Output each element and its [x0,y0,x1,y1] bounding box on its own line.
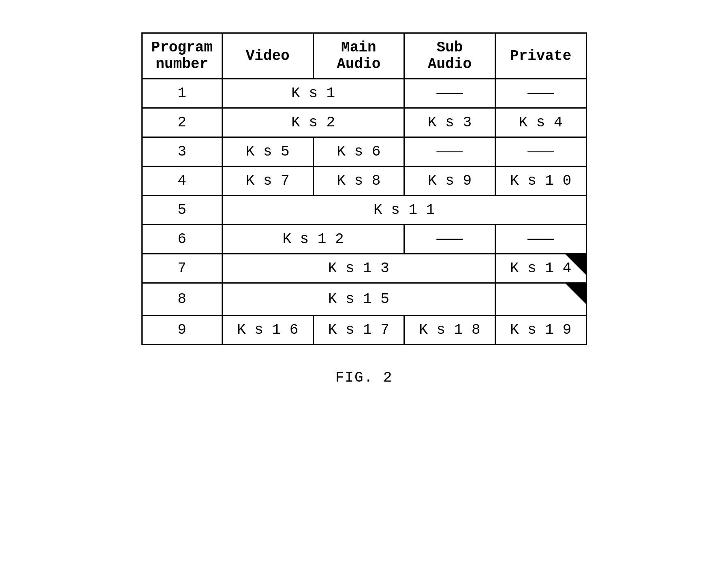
cell-program: 1 [142,79,222,108]
header-program: Program number [142,33,222,79]
cell-data: K s 4 [495,108,586,137]
cell-data: K s 6 [313,137,404,166]
cell-data: ——— [495,137,586,166]
header-sub-audio: Sub Audio [404,33,495,79]
table-row: 3 K s 5 K s 6 ——— ——— [142,137,586,166]
cell-data: K s 8 [313,166,404,196]
table-row: 1 K s 1 ——— ——— [142,79,586,108]
cell-data: K s 1 2 [222,225,404,254]
table-row: 2 K s 2 K s 3 K s 4 [142,108,586,137]
header-row: Program number Video Main Audio Sub Audi… [142,33,586,79]
cell-data: K s 1 6 [222,316,313,345]
table-row: 8 K s 1 5 [142,283,586,316]
cell-data: K s 1 9 [495,316,586,345]
cell-data: ——— [404,79,495,108]
table-container: Program number Video Main Audio Sub Audi… [141,32,587,345]
main-table: Program number Video Main Audio Sub Audi… [141,32,587,345]
table-row: 6 K s 1 2 ——— ——— [142,225,586,254]
cell-data: ——— [495,225,586,254]
cell-data: K s 7 [222,166,313,196]
cell-data: K s 3 [404,108,495,137]
cell-data: K s 1 7 [313,316,404,345]
cell-data: K s 1 0 [495,166,586,196]
table-row: 4 K s 7 K s 8 K s 9 K s 1 0 [142,166,586,196]
cell-program: 6 [142,225,222,254]
figure-caption: FIG. 2 [335,369,393,386]
cell-data: K s 1 3 [222,254,495,283]
header-main-audio: Main Audio [313,33,404,79]
cell-data: ——— [404,225,495,254]
cell-data: K s 1 4 [495,254,586,283]
cell-program: 4 [142,166,222,196]
cell-program: 2 [142,108,222,137]
table-row: 9 K s 1 6 K s 1 7 K s 1 8 K s 1 9 [142,316,586,345]
cell-program: 5 [142,196,222,225]
cell-program: 7 [142,254,222,283]
cell-data: K s 9 [404,166,495,196]
cell-data: K s 1 [222,79,404,108]
cell-data: K s 5 [222,137,313,166]
cell-program: 3 [142,137,222,166]
cell-data: ——— [495,79,586,108]
cell-program: 8 [142,283,222,316]
table-row: 5 K s 1 1 [142,196,586,225]
cell-program: 9 [142,316,222,345]
cell-data: K s 2 [222,108,404,137]
cell-data: K s 1 8 [404,316,495,345]
cell-data: K s 1 1 [222,196,586,225]
table-row: 7 K s 1 3 K s 1 4 [142,254,586,283]
header-video: Video [222,33,313,79]
cell-data [495,283,586,316]
cell-data: ——— [404,137,495,166]
cell-data: K s 1 5 [222,283,495,316]
header-private: Private [495,33,586,79]
